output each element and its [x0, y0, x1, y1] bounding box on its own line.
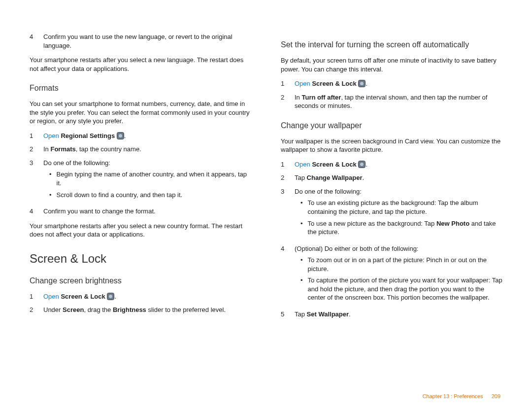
step-number: 2 [30, 306, 35, 314]
footer-page: 209 [492, 393, 500, 399]
step-number: 2 [281, 93, 287, 110]
page-footer: Chapter 13 : Preferences 209 [423, 393, 500, 399]
step-text: Open Regional Settings . [43, 132, 251, 140]
screen-lock-icon [358, 161, 366, 168]
steps-formats: 1Open Regional Settings .2In Formats, ta… [30, 132, 251, 216]
step-number: 1 [281, 79, 287, 88]
step-number: 2 [281, 173, 287, 182]
step-number: 4 [30, 33, 35, 50]
step-number: 1 [30, 292, 35, 301]
step-number: 1 [30, 132, 35, 140]
svg-point-3 [109, 295, 112, 298]
open-link[interactable]: Open [43, 132, 59, 139]
bullet-item: Scroll down to find a country, and then … [49, 191, 251, 200]
open-link[interactable]: Open [43, 293, 59, 300]
bullet-item: To use an existing picture as the backgr… [300, 199, 502, 216]
step-number: 1 [281, 160, 287, 169]
list-item: 4Confirm you want to change the format. [30, 207, 251, 216]
list-item: 4 Confirm you want to use the new langua… [30, 33, 251, 50]
right-column: Set the interval for turning the screen … [281, 30, 502, 324]
screen-lock-icon [107, 293, 114, 300]
body-text: Your smartphone restarts after you selec… [30, 222, 251, 239]
section-heading-brightness: Change screen brightness [30, 276, 251, 285]
section-heading-wallpaper: Change your wallpaper [281, 121, 502, 130]
steps-wallpaper: 1Open Screen & Lock .2Tap Change Wallpap… [281, 160, 502, 319]
step-number: 3 [30, 159, 35, 202]
section-heading-screen-lock: Screen & Lock [30, 252, 251, 266]
step-number: 2 [30, 145, 35, 154]
body-text: Your wallpaper is the screen background … [281, 137, 502, 154]
svg-point-1 [119, 134, 122, 137]
screen-lock-icon [358, 80, 366, 87]
regional-settings-icon [117, 132, 124, 139]
step-number: 5 [281, 310, 287, 319]
bullet-item: To zoom out or in on a part of the pictu… [300, 256, 502, 273]
bullet-item: To use a new picture as the background: … [300, 219, 502, 237]
step-text: Do one of the following:Begin typing the… [43, 159, 251, 202]
list-item: 5Tap Set Wallpaper. [281, 310, 502, 319]
step-text: Do one of the following:To use an existi… [295, 187, 502, 240]
step-number: 3 [281, 187, 287, 240]
step-text: Confirm you want to use the new language… [43, 33, 251, 50]
step-text: Tap Change Wallpaper. [295, 173, 502, 182]
steps-auto-off: 1Open Screen & Lock .2In Turn off after,… [281, 79, 502, 110]
footer-chapter: Chapter 13 : Preferences [423, 393, 483, 399]
step-text: Open Screen & Lock . [295, 160, 502, 169]
body-text: Your smartphone restarts after you selec… [30, 56, 251, 73]
step-text: Confirm you want to change the format. [43, 207, 251, 216]
open-link[interactable]: Open [295, 161, 310, 168]
list-item: 1Open Regional Settings . [30, 132, 251, 140]
section-heading-formats: Formats [30, 84, 251, 93]
left-column: 4 Confirm you want to use the new langua… [30, 30, 251, 324]
list-item: 2In Turn off after, tap the interval sho… [281, 93, 502, 110]
steps-brightness: 1Open Screen & Lock .2Under Screen, drag… [30, 292, 251, 314]
step-text: Open Screen & Lock . [43, 292, 251, 301]
list-item: 1Open Screen & Lock . [281, 160, 502, 169]
list-item: 2Tap Change Wallpaper. [281, 173, 502, 182]
step-text: In Turn off after, tap the interval show… [295, 93, 502, 110]
step-number: 4 [281, 244, 287, 305]
step-text: (Optional) Do either or both of the foll… [295, 244, 502, 305]
bullet-item: To capture the portion of the picture yo… [300, 276, 502, 302]
step-text: Open Screen & Lock . [295, 79, 502, 88]
list-item: 2Under Screen, drag the Brightness slide… [30, 306, 251, 314]
body-text: By default, your screen turns off after … [281, 56, 502, 73]
body-text: You can set your smartphone to format nu… [30, 100, 251, 126]
open-link[interactable]: Open [295, 80, 310, 87]
list-item: 1Open Screen & Lock . [30, 292, 251, 301]
step-number: 4 [30, 207, 35, 216]
list-item: 2In Formats, tap the country name. [30, 145, 251, 154]
list-item: 4(Optional) Do either or both of the fol… [281, 244, 502, 305]
list-item: 1Open Screen & Lock . [281, 79, 502, 88]
step-text: In Formats, tap the country name. [43, 145, 251, 154]
step-text: Under Screen, drag the Brightness slider… [43, 306, 251, 314]
list-item: 3Do one of the following:Begin typing th… [30, 159, 251, 202]
bullet-item: Begin typing the name of another country… [49, 170, 251, 187]
svg-point-7 [360, 163, 364, 166]
svg-point-5 [360, 82, 364, 85]
list-item: 3Do one of the following:To use an exist… [281, 187, 502, 240]
section-heading-auto-off: Set the interval for turning the screen … [281, 40, 502, 49]
step-text: Tap Set Wallpaper. [295, 310, 502, 319]
